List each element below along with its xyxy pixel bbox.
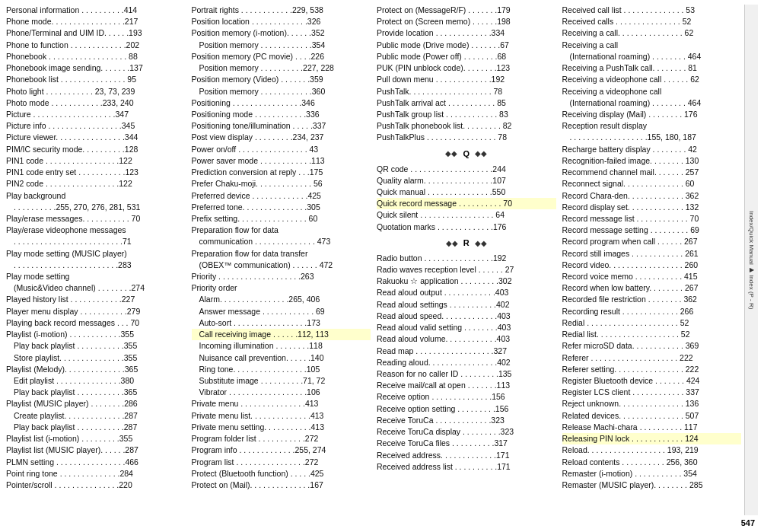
list-item: . . . . . . . . . . . . . . . . . .155, … [562,132,742,143]
list-item: Reject unknown. . . . . . . . . . . . . … [562,398,742,409]
list-item: Recording result . . . . . . . . . . . .… [562,306,742,317]
list-item: Redial . . . . . . . . . . . . . . . . .… [562,317,742,329]
list-item: Remaster (i-motion) . . . . . . . . . . … [562,468,742,479]
list-item: Playlist (MUSIC player) . . . . . . . .2… [6,398,186,409]
page-container: Personal information . . . . . . . . . .… [0,0,764,532]
list-item: Call receiving image . . . . . .112, 113 [192,329,371,340]
list-item: Protect on (Mail). . . . . . . . . . . .… [192,479,371,491]
column-4: Received call list . . . . . . . . . . .… [559,5,745,515]
list-item: Power on/off . . . . . . . . . . . . . .… [192,144,371,155]
list-item: Prefer Chaku-moji. . . . . . . . . . . .… [192,178,371,190]
list-item: (International roaming) . . . . . . . . … [562,97,742,109]
list-item: Register LCS client . . . . . . . . . . … [562,387,742,398]
list-item: Phonebook list . . . . . . . . . . . . .… [6,74,186,85]
list-item: communication . . . . . . . . . . . . . … [192,236,371,247]
list-item: Radio waves reception level . . . . . . … [377,264,556,276]
list-item: Pointer/scroll . . . . . . . . . . . . .… [6,479,186,491]
list-item: Read aloud volume. . . . . . . . . . . .… [377,333,556,345]
list-item: Referer . . . . . . . . . . . . . . . . … [562,352,742,364]
list-item: Read aloud settings . . . . . . . . . . … [377,299,556,311]
list-item: Play back playlist . . . . . . . . . . .… [6,387,186,398]
list-item: Program info . . . . . . . . . . . . .25… [192,444,371,456]
list-item: Received address list . . . . . . . . . … [377,461,556,473]
content-area: Personal information . . . . . . . . . .… [6,5,758,515]
list-item: Play mode setting [6,271,186,282]
list-item: Pull down menu . . . . . . . . . . . . .… [377,74,556,85]
list-item: Reception result display [562,120,742,132]
list-item: Receive option setting . . . . . . . . .… [377,403,556,415]
list-item: Preferred device . . . . . . . . . . . .… [192,190,371,202]
list-item: Player menu display . . . . . . . . . . … [6,306,186,317]
list-item: Program list . . . . . . . . . . . . . .… [192,457,371,468]
list-item: Receiving a PushTalk call. . . . . . . .… [562,62,742,74]
list-item: Reading aloud. . . . . . . . . . . . . .… [377,357,556,368]
list-item: PushTalkPlus . . . . . . . . . . . . . .… [377,132,556,143]
list-item: Play/erase videophone messages [6,225,186,236]
list-item: Receive ToruCa display . . . . . . . . .… [377,426,556,438]
list-item: Provide location . . . . . . . . . . . .… [377,27,556,39]
list-item: Play back playlist . . . . . . . . . . .… [6,422,186,433]
sidebar-label: Index/Quick Manual ▶ Index (P - R) [744,5,758,515]
list-item: (OBEX™ communication) . . . . . . 472 [192,260,371,271]
list-item: Receiving a videophone call . . . . . . … [562,74,742,85]
list-item: Answer message . . . . . . . . . . . . 6… [192,306,371,317]
list-item: Prediction conversion at reply . . .175 [192,167,371,178]
list-item: Private menu . . . . . . . . . . . . . .… [192,398,371,409]
list-item: Playlist list (i-motion) . . . . . . . .… [6,433,186,444]
column-1: Personal information . . . . . . . . . .… [6,5,189,515]
list-item: Received call list . . . . . . . . . . .… [562,5,742,16]
list-item: Position memory (PC movie) . . . .226 [192,51,371,62]
list-item: Substitute image . . . . . . . . . .71, … [192,375,371,387]
list-item: Remaster (MUSIC player). . . . . . . . 2… [562,479,742,491]
list-item: Position memory (Video) . . . . . . .359 [192,74,371,85]
list-item: Reason for no caller ID . . . . . . . . … [377,368,556,380]
list-item: Recommend channel mail. . . . . . . 257 [562,167,742,178]
list-item: Play mode setting (MUSIC player) [6,248,186,260]
list-item: Receive ToruCa . . . . . . . . . . . . .… [377,415,556,426]
list-item: Picture viewer. . . . . . . . . . . . . … [6,132,186,143]
list-item: Received address. . . . . . . . . . . . … [377,450,556,461]
list-item: Ring tone. . . . . . . . . . . . . . . .… [192,364,371,375]
list-item: Reconnect signal. . . . . . . . . . . . … [562,178,742,190]
list-item: Protect on (Screen memo) . . . . . .198 [377,16,556,27]
list-item: Receiving a call [562,40,742,51]
column-3: Protect on (MessageR/F) . . . . . . .179… [374,5,559,515]
list-item: Positioning tone/illumination . . . . .3… [192,120,371,132]
list-item: Public mode (Power off) . . . . . . . .6… [377,51,556,62]
list-item: Reload. . . . . . . . . . . . . . . . . … [562,444,742,456]
list-item: Register Bluetooth device . . . . . . . … [562,375,742,387]
list-item: Playlist (i-motion) . . . . . . . . . . … [6,329,186,340]
list-item: Phone to function . . . . . . . . . . . … [6,40,186,51]
list-item: Record still images . . . . . . . . . . … [562,248,742,260]
list-item: Alarm. . . . . . . . . . . . . . . .265,… [192,294,371,305]
list-item: Position memory . . . . . . . . . .227, … [192,62,371,74]
list-item: Recognition-failed image. . . . . . . . … [562,155,742,167]
section-divider-q: ◆◆ Q ◆◆ [377,148,556,161]
list-item: Releasing PIN lock . . . . . . . . . . .… [562,433,742,444]
list-item: PUK (PIN unblock code). . . . . . . .123 [377,62,556,74]
list-item: Power saver mode . . . . . . . . . . . .… [192,155,371,167]
list-item: Private menu list. . . . . . . . . . . .… [192,410,371,422]
list-item: Phonebook . . . . . . . . . . . . . . . … [6,51,186,62]
list-item: Record message list . . . . . . . . . . … [562,213,742,225]
list-item: . . . . . . . . . . . . . . . . . . . . … [6,260,186,271]
list-item: Reload contents . . . . . . . . . . 256,… [562,457,742,468]
diamond-right: ◆◆ [475,238,487,250]
list-item: Refer microSD data. . . . . . . . . . . … [562,340,742,352]
list-item: Release Machi-chara . . . . . . . . . . … [562,422,742,433]
list-item: Preferred tone. . . . . . . . . . . . . … [192,202,371,213]
list-item: Program folder list . . . . . . . . . . … [192,433,371,444]
list-item: QR code . . . . . . . . . . . . . . . . … [377,164,556,175]
list-item: Private menu setting. . . . . . . . . . … [192,422,371,433]
list-item: Phone/Terminal and UIM ID. . . . . .193 [6,27,186,39]
list-item: Vibrator . . . . . . . . . . . . . . . .… [192,387,371,398]
list-item: Public mode (Drive mode) . . . . . . .67 [377,40,556,51]
list-item: Create playlist. . . . . . . . . . . . .… [6,410,186,422]
list-item: Played history list . . . . . . . . . . … [6,294,186,305]
list-item: Read map . . . . . . . . . . . . . . . .… [377,346,556,357]
list-item: Edit playlist . . . . . . . . . . . . . … [6,375,186,387]
list-item: Read aloud speed. . . . . . . . . . . . … [377,311,556,322]
column-2: Portrait rights . . . . . . . . . . . .2… [189,5,374,515]
list-item: Priority . . . . . . . . . . . . . . . .… [192,271,371,282]
list-item: Recorded file restriction . . . . . . . … [562,294,742,305]
